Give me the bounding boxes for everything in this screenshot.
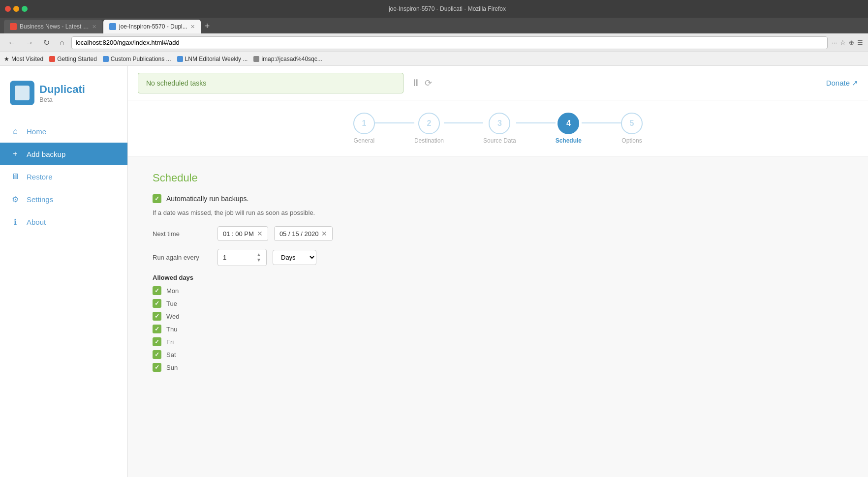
app-sub: Beta [39, 96, 85, 103]
sidebar-item-add-backup[interactable]: + Add backup [0, 143, 127, 165]
day-label-mon: Mon [166, 287, 179, 295]
new-tab-button[interactable]: + [202, 21, 213, 31]
minimize-window-button[interactable] [13, 6, 19, 12]
bookmark-favicon [177, 56, 183, 62]
address-input[interactable] [71, 36, 828, 49]
sync-icon[interactable]: ⊕ [849, 39, 854, 46]
bookmark-imap[interactable]: imap://jcasad%40sqc... [253, 56, 322, 62]
day-row-wed: ✓ Wed [153, 312, 843, 321]
day-row-tue: ✓ Tue [153, 299, 843, 308]
date-input[interactable]: 05 / 15 / 2020 ✕ [274, 226, 333, 241]
page-body: Schedule ✓ Automatically run backups. If… [128, 157, 868, 390]
run-again-label: Run again every [153, 254, 212, 261]
step-options[interactable]: 5 Options [621, 113, 643, 144]
refresh-button[interactable]: ↻ [40, 36, 53, 49]
sidebar-item-label: Add backup [27, 150, 65, 158]
increment-button[interactable]: ▲ [256, 252, 261, 257]
decrement-button[interactable]: ▼ [256, 258, 261, 263]
auto-backup-label: Automatically run backups. [166, 195, 248, 203]
bookmark-getting-started[interactable]: Getting Started [49, 56, 97, 62]
bookmark-label: LNM Editorial Weekly ... [185, 56, 248, 62]
maximize-window-button[interactable] [22, 6, 28, 12]
sidebar-item-label: Restore [27, 173, 53, 181]
sidebar-item-label: Home [27, 127, 46, 136]
sidebar-item-label: Settings [27, 195, 53, 204]
day-row-sat: ✓ Sat [153, 350, 843, 359]
home-button[interactable]: ⌂ [57, 36, 67, 49]
unit-select[interactable]: Days Hours Weeks Months [273, 250, 316, 265]
step-schedule[interactable]: 4 Schedule [556, 113, 582, 144]
sidebar-item-about[interactable]: ℹ About [0, 210, 127, 233]
day-label-thu: Thu [166, 326, 177, 333]
pause-button[interactable]: ⏸ [411, 77, 421, 89]
checkmark-icon: ✓ [155, 300, 159, 307]
menu-icon[interactable]: ··· [832, 39, 837, 46]
checkmark-icon: ✓ [155, 351, 159, 358]
home-icon: ⌂ [10, 126, 21, 137]
day-label-tue: Tue [166, 300, 177, 307]
time-value: 01 : 00 PM [223, 230, 254, 238]
step-source-data[interactable]: 3 Source Data [483, 113, 516, 144]
bookmark-most-visited[interactable]: ★ Most Visited [4, 56, 43, 62]
checkbox-thu[interactable]: ✓ [153, 325, 161, 333]
bookmark-label: Most Visited [11, 56, 43, 62]
checkbox-wed[interactable]: ✓ [153, 312, 161, 321]
step-connector-1-2 [375, 122, 414, 123]
forward-button[interactable]: → [23, 36, 36, 49]
interval-input[interactable]: 1 ▲ ▼ [217, 249, 267, 266]
bookmark-custom-publications[interactable]: Custom Publications ... [103, 56, 171, 62]
logo-inner [15, 86, 30, 100]
step-destination[interactable]: 2 Destination [414, 113, 444, 144]
day-row-mon: ✓ Mon [153, 286, 843, 295]
tab-close-button[interactable]: ✕ [190, 24, 195, 30]
step-circle-1: 1 [353, 113, 375, 134]
date-clear-button[interactable]: ✕ [321, 230, 327, 238]
bookmark-favicon [103, 56, 109, 62]
logo-icon [10, 81, 34, 105]
step-circle-5: 5 [621, 113, 643, 134]
tab-title: Business News - Latest H... [20, 23, 89, 30]
status-message: No scheduled tasks [146, 79, 206, 87]
checkmark-icon: ✓ [155, 364, 159, 371]
sidebar-item-home[interactable]: ⌂ Home [0, 120, 127, 143]
restore-icon: 🖥 [10, 171, 21, 182]
time-clear-button[interactable]: ✕ [257, 230, 263, 238]
bookmark-favicon [49, 56, 55, 62]
checkbox-sun[interactable]: ✓ [153, 363, 161, 372]
bookmark-lnm-editorial[interactable]: LNM Editorial Weekly ... [177, 56, 248, 62]
bookmarks-bar: ★ Most Visited Getting Started Custom Pu… [0, 52, 868, 66]
donate-link[interactable]: Donate ↗ [826, 79, 858, 88]
main-content: No scheduled tasks ⏸ ⟳ Donate ↗ 1 Genera… [128, 66, 868, 477]
step-label-destination: Destination [414, 137, 444, 144]
hamburger-icon[interactable]: ☰ [857, 39, 863, 46]
checkbox-sat[interactable]: ✓ [153, 350, 161, 359]
day-row-thu: ✓ Thu [153, 325, 843, 333]
checkbox-mon[interactable]: ✓ [153, 286, 161, 295]
browser-traffic-lights [5, 6, 28, 12]
tab-business-news[interactable]: Business News - Latest H... ✕ [4, 20, 102, 33]
sidebar-item-settings[interactable]: ⚙ Settings [0, 188, 127, 210]
close-window-button[interactable] [5, 6, 11, 12]
app-name: Duplicati [39, 83, 85, 96]
next-time-label: Next time [153, 230, 212, 238]
step-label-schedule: Schedule [556, 137, 582, 144]
tab-title: joe-Inspiron-5570 - Dupl... [119, 23, 187, 30]
step-general[interactable]: 1 General [353, 113, 375, 144]
app-header: No scheduled tasks ⏸ ⟳ Donate ↗ [128, 66, 868, 100]
interval-value: 1 [223, 254, 226, 261]
checkbox-fri[interactable]: ✓ [153, 337, 161, 346]
auto-backup-checkbox[interactable]: ✓ [153, 194, 161, 203]
time-input[interactable]: 01 : 00 PM ✕ [217, 226, 268, 241]
spinner-button[interactable]: ⟳ [425, 78, 432, 89]
back-button[interactable]: ← [5, 36, 19, 49]
sidebar-item-restore[interactable]: 🖥 Restore [0, 165, 127, 188]
checkbox-tue[interactable]: ✓ [153, 299, 161, 308]
tab-close-button[interactable]: ✕ [92, 24, 96, 30]
bookmark-icon[interactable]: ☆ [840, 39, 846, 46]
day-row-fri: ✓ Fri [153, 337, 843, 346]
step-circle-2: 2 [418, 113, 440, 134]
checkmark-icon: ✓ [155, 195, 159, 202]
bookmark-favicon [253, 56, 259, 62]
day-label-sun: Sun [166, 364, 178, 371]
tab-duplicati[interactable]: joe-Inspiron-5570 - Dupl... ✕ [103, 20, 201, 33]
